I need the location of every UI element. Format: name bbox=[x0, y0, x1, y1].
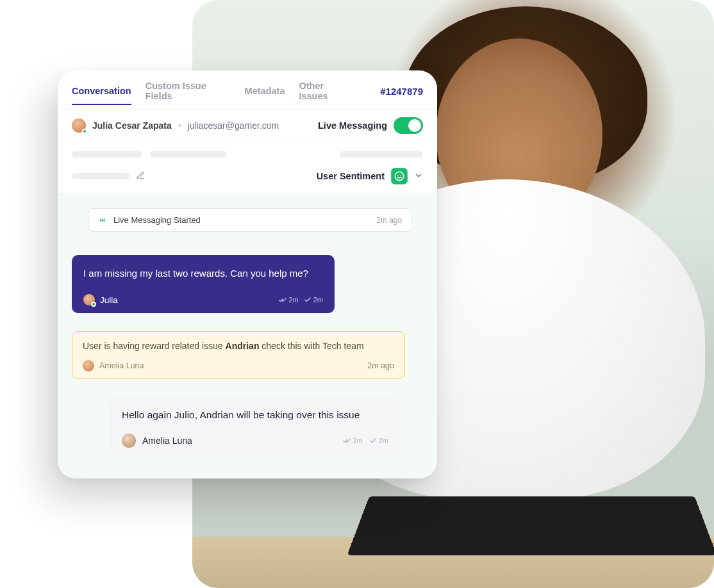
live-pulse-icon bbox=[98, 216, 107, 225]
customer-avatar bbox=[83, 294, 95, 306]
internal-note-time: 2m ago bbox=[367, 361, 394, 370]
tab-conversation[interactable]: Conversation bbox=[72, 86, 131, 105]
tab-custom-issue-fields[interactable]: Custom Issue Fields bbox=[145, 81, 231, 109]
agent-message-sender: Amelia Luna bbox=[142, 436, 192, 446]
sentiment-row: User Sentiment bbox=[58, 164, 437, 194]
skeleton-row bbox=[58, 142, 437, 164]
customer-message-text: I am missing my last two rewards. Can yo… bbox=[83, 266, 323, 280]
message-ticks: 2m 2m bbox=[343, 437, 388, 445]
internal-note-text: User is having reward related issue Andr… bbox=[83, 341, 394, 351]
system-banner: Live Messaging Started 2m ago bbox=[88, 208, 411, 232]
tab-other-issues[interactable]: Other Issues bbox=[299, 81, 352, 109]
user-name: Julia Cesar Zapata bbox=[92, 120, 172, 131]
skeleton-placeholder bbox=[72, 151, 142, 158]
ticket-id[interactable]: #1247879 bbox=[380, 86, 423, 104]
system-banner-time: 2m ago bbox=[376, 216, 402, 225]
message-ticks: 2m 2m bbox=[279, 296, 323, 304]
svg-point-3 bbox=[102, 219, 103, 220]
double-check-icon bbox=[343, 437, 351, 445]
internal-note-author-avatar bbox=[83, 360, 94, 372]
skeleton-placeholder bbox=[72, 173, 129, 179]
internal-note-mention: Andrian bbox=[226, 341, 260, 351]
live-messaging-toggle[interactable] bbox=[394, 117, 423, 134]
customer-message-sender: Julia bbox=[100, 295, 118, 305]
separator-dot: • bbox=[178, 120, 181, 131]
svg-point-0 bbox=[395, 172, 404, 181]
user-sentiment-label: User Sentiment bbox=[317, 171, 385, 181]
svg-point-1 bbox=[397, 175, 399, 176]
system-banner-text: Live Messaging Started bbox=[113, 215, 201, 225]
internal-note-author: Amelia Luna bbox=[99, 361, 144, 370]
chevron-down-icon[interactable] bbox=[414, 171, 423, 182]
conversation-body: Live Messaging Started 2m ago I am missi… bbox=[58, 194, 437, 478]
user-info-row: Julia Cesar Zapata • juliacesar@gamer.co… bbox=[58, 110, 437, 142]
customer-message: I am missing my last two rewards. Can yo… bbox=[72, 255, 335, 313]
user-email: juliacesar@gamer.com bbox=[188, 120, 279, 131]
user-avatar bbox=[72, 118, 86, 133]
edit-icon[interactable] bbox=[136, 171, 145, 182]
svg-point-2 bbox=[401, 175, 402, 176]
agent-message: Hello again Julio, Andrian will be takin… bbox=[110, 398, 400, 455]
check-icon bbox=[304, 296, 311, 304]
tab-metadata[interactable]: Metadata bbox=[245, 86, 285, 104]
internal-note: User is having reward related issue Andr… bbox=[72, 331, 405, 379]
skeleton-placeholder bbox=[340, 151, 423, 158]
sentiment-happy-icon[interactable] bbox=[391, 168, 408, 184]
agent-message-text: Hello again Julio, Andrian will be takin… bbox=[122, 409, 388, 421]
conversation-panel: Conversation Custom Issue Fields Metadat… bbox=[58, 70, 437, 478]
check-icon bbox=[369, 437, 377, 445]
skeleton-placeholder bbox=[150, 151, 227, 158]
live-messaging-label: Live Messaging bbox=[318, 120, 387, 131]
tabs-bar: Conversation Custom Issue Fields Metadat… bbox=[58, 70, 437, 110]
agent-avatar bbox=[122, 434, 136, 448]
double-check-icon bbox=[279, 296, 286, 304]
